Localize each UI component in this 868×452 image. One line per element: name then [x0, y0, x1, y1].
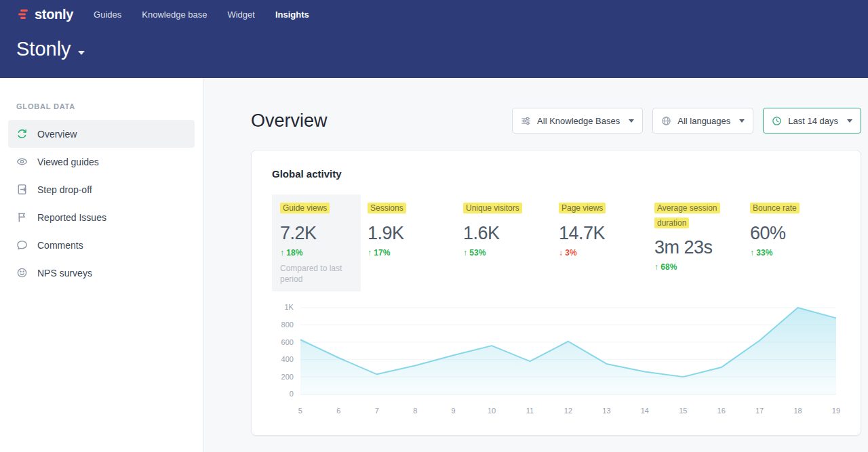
svg-text:10: 10 [488, 407, 496, 415]
metric-label: Bounce rate [750, 203, 800, 213]
primary-nav: Guides Knowledge base Widget Insights [94, 9, 309, 20]
sidebar-item-label: Step drop-off [37, 184, 92, 195]
nav-guides[interactable]: Guides [94, 9, 121, 20]
svg-text:5: 5 [298, 407, 302, 415]
metric-value: 60% [750, 223, 839, 244]
sidebar-item-step-drop-off[interactable]: Step drop-off [8, 176, 195, 203]
sidebar-item-label: Comments [37, 240, 83, 251]
stonly-logo-icon [16, 7, 30, 21]
sidebar-item-nps-surveys[interactable]: NPS surveys [8, 259, 195, 287]
sidebar-item-label: Overview [37, 129, 77, 140]
comment-icon [16, 239, 28, 251]
svg-text:7: 7 [375, 407, 379, 415]
metric-change: ↓ 3% [559, 248, 648, 258]
sidebar: GLOBAL DATA Overview Viewed guides Step [0, 78, 203, 452]
nav-widget[interactable]: Widget [227, 9, 254, 20]
svg-text:17: 17 [755, 407, 764, 415]
metric-sessions[interactable]: Sessions 1.9K ↑ 17% [368, 194, 456, 291]
filter-label: All languages [677, 116, 730, 126]
svg-text:0: 0 [290, 390, 294, 398]
metrics-row: Guide views 7.2K ↑ 18% Compared to last … [272, 194, 840, 291]
page-title: Overview [251, 110, 328, 131]
svg-text:9: 9 [452, 407, 456, 415]
top-navbar: stonly Guides Knowledge base Widget Insi… [0, 0, 868, 28]
metric-value: 1.6K [463, 223, 552, 244]
sidebar-item-label: Reported Issues [37, 212, 106, 223]
chevron-down-icon [629, 119, 634, 123]
app-body: GLOBAL DATA Overview Viewed guides Step [0, 78, 868, 452]
filter-label: All Knowledge Bases [537, 116, 620, 126]
svg-text:16: 16 [717, 407, 726, 415]
card-title: Global activity [272, 168, 840, 180]
sidebar-section-title: GLOBAL DATA [0, 102, 203, 110]
svg-text:200: 200 [281, 373, 294, 381]
smiley-icon [16, 267, 28, 279]
overview-refresh-icon [16, 128, 28, 140]
workspace-title[interactable]: Stonly [16, 38, 71, 60]
svg-text:8: 8 [413, 407, 417, 415]
nav-knowledge-base[interactable]: Knowledge base [142, 9, 207, 20]
filter-label: Last 14 days [788, 116, 838, 126]
svg-text:400: 400 [281, 355, 294, 363]
chevron-down-icon [739, 119, 745, 123]
metric-bounce-rate[interactable]: Bounce rate 60% ↑ 33% [750, 194, 839, 291]
metric-change: ↑ 33% [750, 248, 839, 258]
metric-label: Guide views [280, 203, 330, 213]
metric-change: ↑ 18% [280, 248, 353, 258]
svg-text:11: 11 [526, 407, 534, 415]
svg-text:18: 18 [793, 407, 802, 415]
knowledge-bases-filter[interactable]: All Knowledge Bases [512, 108, 643, 133]
global-activity-card: Global activity Guide views 7.2K ↑ 18% C… [251, 150, 861, 436]
metric-label: Average session duration [654, 203, 720, 228]
chevron-down-icon[interactable] [78, 51, 85, 55]
global-activity-chart: 02004006008001K5678910111213141516171819 [272, 301, 840, 417]
svg-text:15: 15 [679, 407, 687, 415]
metric-value: 7.2K [280, 223, 353, 244]
metric-value: 3m 23s [654, 237, 743, 258]
svg-text:800: 800 [281, 321, 294, 329]
metric-unique-visitors[interactable]: Unique visitors 1.6K ↑ 53% [463, 194, 552, 291]
logo-text: stonly [35, 7, 73, 22]
svg-text:1K: 1K [285, 303, 294, 311]
svg-text:12: 12 [564, 407, 572, 415]
metric-change: ↑ 53% [463, 248, 552, 258]
metric-avg-session-duration[interactable]: Average session duration 3m 23s ↑ 68% [654, 194, 743, 291]
sidebar-item-viewed-guides[interactable]: Viewed guides [8, 148, 195, 176]
sliders-icon [521, 116, 531, 126]
page-head: Overview All Knowledge Bases [251, 108, 861, 133]
sidebar-item-comments[interactable]: Comments [8, 231, 195, 259]
top-header: stonly Guides Knowledge base Widget Insi… [0, 0, 868, 78]
svg-text:14: 14 [641, 407, 649, 415]
metric-change: ↑ 68% [654, 262, 743, 272]
metric-page-views[interactable]: Page views 14.7K ↓ 3% [559, 194, 648, 291]
clock-icon [772, 116, 782, 126]
main-content: Overview All Knowledge Bases [203, 78, 868, 452]
svg-text:13: 13 [602, 407, 610, 415]
sidebar-item-overview[interactable]: Overview [8, 120, 195, 148]
metric-guide-views[interactable]: Guide views 7.2K ↑ 18% Compared to last … [272, 194, 361, 291]
globe-icon [661, 116, 671, 126]
sidebar-item-label: NPS surveys [37, 268, 92, 279]
step-dropoff-icon [16, 184, 28, 195]
metric-label: Unique visitors [463, 203, 522, 213]
sidebar-item-label: Viewed guides [37, 157, 99, 167]
filters-bar: All Knowledge Bases All languages [512, 108, 861, 133]
sidebar-item-reported-issues[interactable]: Reported Issues [8, 203, 195, 231]
eye-icon [16, 156, 28, 167]
languages-filter[interactable]: All languages [652, 108, 753, 133]
metric-value: 14.7K [559, 223, 648, 244]
stonly-logo[interactable]: stonly [16, 7, 73, 22]
metric-value: 1.9K [368, 223, 456, 244]
chevron-down-icon [847, 119, 852, 123]
date-range-filter[interactable]: Last 14 days [763, 108, 861, 133]
svg-text:19: 19 [832, 407, 840, 415]
svg-text:6: 6 [336, 407, 340, 415]
workspace-header: Stonly [0, 28, 868, 60]
nav-insights[interactable]: Insights [275, 9, 309, 20]
metric-label: Page views [559, 203, 606, 213]
svg-text:600: 600 [281, 338, 294, 346]
metric-label: Sessions [368, 203, 406, 213]
metric-change: ↑ 17% [368, 248, 456, 258]
flag-icon [16, 211, 28, 223]
metric-note: Compared to last period [280, 263, 353, 285]
